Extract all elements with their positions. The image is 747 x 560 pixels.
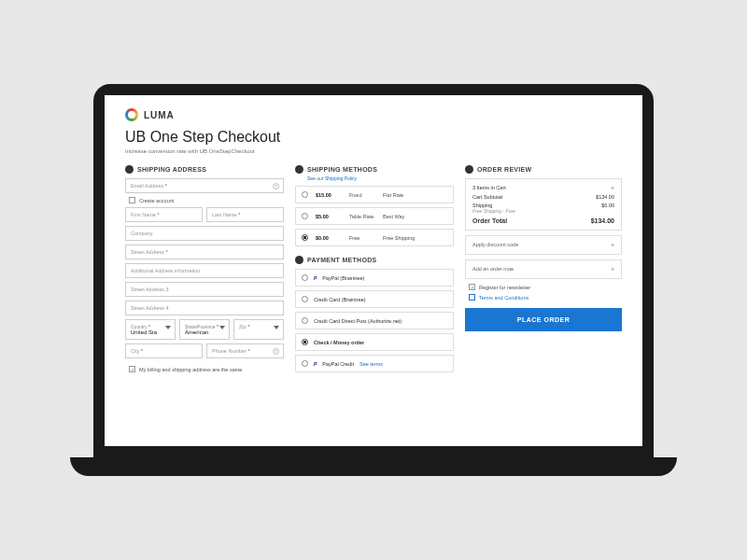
items-in-cart-toggle[interactable]: 3 Items in Cart + [472,185,614,191]
checkbox-checked-icon: ✓ [469,284,475,290]
shipping-option-free[interactable]: $0.00 Free Free Shipping [295,229,454,246]
paypal-icon: P [314,275,317,281]
plus-icon: + [611,266,614,273]
shipping-methods-heading: SHIPPING METHODS [295,165,454,174]
country-select[interactable]: Country * United Sta [125,319,176,340]
same-billing-checkbox[interactable]: ✓ My billing and shipping address are th… [129,366,284,372]
city-field[interactable]: City * [125,343,203,358]
payment-authorize-net[interactable]: Credit Card Direct Post (Authorize.net) [295,312,454,329]
company-field[interactable]: Company [125,226,284,241]
payment-methods-heading: PAYMENT METHODS [295,256,454,264]
brand: LUMA [125,108,622,121]
street3-field[interactable]: Street Address 3 [125,282,284,297]
discount-code-toggle[interactable]: Apply discount code + [465,235,622,255]
checkbox-checked-icon: ✓ [129,366,135,372]
checkbox-icon [469,294,475,301]
page-subtitle: Increase conversion rate with UB OneStep… [125,148,622,154]
radio-icon [302,274,308,281]
laptop-base [70,457,677,476]
help-icon[interactable]: ? [273,183,279,189]
payment-check-money-order[interactable]: Check / Money order [295,333,454,351]
email-field[interactable]: Email Address * ? [125,178,284,193]
radio-selected-icon [302,234,308,241]
order-summary-box: 3 Items in Cart + Cart Subtotal $134.00 … [465,178,622,231]
shipping-option-table-rate[interactable]: $5.00 Table Rate Best Way [295,207,454,225]
order-note-toggle[interactable]: Add an order note + [465,259,622,279]
plus-icon: + [611,242,614,248]
step-1-icon [125,165,134,174]
step-2-icon [295,165,303,174]
order-total-line: Order Total $134.00 [472,217,614,224]
laptop-frame: LUMA UB One Step Checkout Increase conve… [93,84,654,476]
place-order-button[interactable]: PLACE ORDER [465,308,622,331]
paypal-credit-terms-link[interactable]: See terms [359,361,383,367]
page-title: UB One Step Checkout [125,129,622,146]
chevron-down-icon [219,326,225,329]
shipping-address-heading: SHIPPING ADDRESS [125,165,284,174]
step-3-icon [295,256,303,264]
radio-icon [302,213,308,219]
checkbox-icon [129,197,135,203]
state-select[interactable]: State/Province * American [179,319,230,340]
terms-link[interactable]: Terms and Conditions [469,294,622,301]
brand-name: LUMA [144,110,175,120]
shipping-line: Shipping Free Shipping - Free $0.00 [472,203,614,214]
screen-bezel: LUMA UB One Step Checkout Increase conve… [93,84,654,457]
order-review-section: ORDER REVIEW 3 Items in Cart + Cart Subt… [465,165,622,376]
first-name-field[interactable]: First Name * [125,207,203,222]
radio-selected-icon [302,339,308,345]
shipping-policy-link[interactable]: See our Shipping Policy [307,175,454,181]
checkout-page: LUMA UB One Step Checkout Increase conve… [105,95,642,389]
radio-icon [302,317,308,324]
order-review-heading: ORDER REVIEW [465,165,622,174]
step-4-icon [465,165,473,174]
help-icon[interactable]: ? [273,348,279,355]
payment-credit-braintree[interactable]: Credit Card (Braintree) [295,290,454,308]
chevron-down-icon [165,326,171,329]
paypal-icon: P [314,361,317,367]
shipping-address-section: SHIPPING ADDRESS Email Address * ? Creat… [125,165,284,376]
payment-paypal-braintree[interactable]: P PayPal (Braintree) [295,269,454,287]
cart-subtotal-line: Cart Subtotal $134.00 [472,194,614,200]
radio-icon [302,360,308,367]
payment-paypal-credit[interactable]: P PayPal Credit See terms [295,355,454,372]
street4-field[interactable]: Street Address 4 [125,301,284,315]
zip-field[interactable]: Zip * [233,319,284,340]
radio-icon [302,191,308,198]
create-account-checkbox[interactable]: Create account [129,197,284,203]
chevron-down-icon [274,326,279,329]
luma-logo-icon [125,108,138,121]
last-name-field[interactable]: Last Name * [206,207,284,222]
shipping-option-flat-rate[interactable]: $15.00 Fixed Flat Rate [295,186,454,203]
phone-field[interactable]: Phone Number * ? [206,343,284,358]
street1-field[interactable]: Street Address * [125,245,284,259]
screen: LUMA UB One Step Checkout Increase conve… [105,95,642,446]
radio-icon [302,296,308,302]
street2-field[interactable]: Additional Address information [125,263,284,278]
newsletter-checkbox[interactable]: ✓ Register for newsletter [469,284,622,290]
methods-column: SHIPPING METHODS See our Shipping Policy… [295,165,454,376]
plus-icon: + [611,185,614,191]
